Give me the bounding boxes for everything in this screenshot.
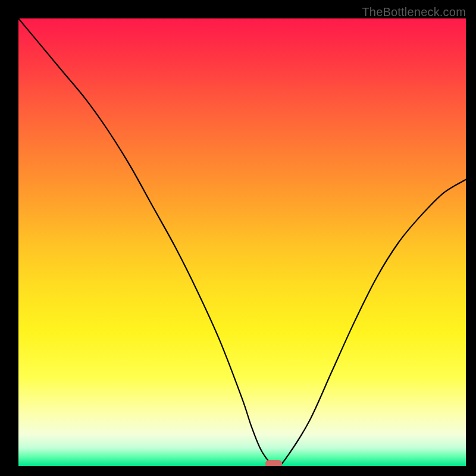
plot-area	[18, 18, 466, 466]
watermark-text: TheBottleneck.com	[362, 5, 466, 19]
bottleneck-curve-line	[18, 18, 466, 466]
minimum-marker	[265, 460, 282, 466]
curve-svg	[18, 18, 466, 466]
chart-frame: TheBottleneck.com	[4, 4, 472, 472]
